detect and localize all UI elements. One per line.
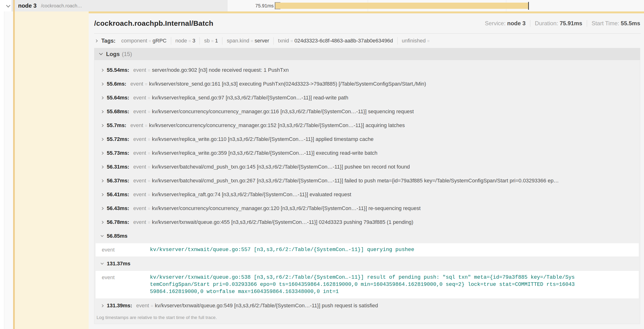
span-operation-title: /cockroach.roachpb.Internal/Batch (94, 19, 213, 28)
log-row[interactable]: 56.31ms:event=kv/kvserver/batcheval/cmd_… (94, 160, 640, 174)
logs-footer-note: Log timestamps are relative to the start… (94, 312, 640, 324)
chevron-right-icon[interactable] (100, 221, 104, 224)
log-row[interactable]: 56.78ms:event=kv/kvserver/txnwait/queue.… (94, 215, 640, 229)
log-row[interactable]: 56.41ms:event=kv/kvserver/replica_raft.g… (94, 188, 640, 202)
end-log-marker-tick (528, 2, 529, 10)
chevron-down-icon[interactable] (99, 52, 103, 55)
log-field-value: kv/kvserver/txnwait/queue.go:557 [n3,s3,… (150, 246, 575, 254)
tag-component: component=gRPC (117, 37, 171, 44)
logs-body: 55.54ms:event=server/node.go:902 [n3] no… (94, 60, 640, 324)
log-row-expanded-header[interactable]: 131.37ms (94, 257, 640, 270)
span-detail-header: /cockroach.roachpb.Internal/Batch Servic… (89, 13, 644, 34)
log-row[interactable]: 55.6ms:event=kv/kvserver/store_send.go:1… (94, 77, 640, 91)
tag-txnid: txnid=024d3323-6c8f-4863-aa8b-37ab0e6349… (274, 37, 397, 44)
chevron-right-icon[interactable] (100, 82, 104, 86)
span-duration-label: 75.91ms (238, 0, 274, 12)
chevron-right-icon[interactable] (100, 96, 104, 100)
chevron-down-icon[interactable] (100, 262, 104, 265)
logs-section: Logs (15) 55.54ms:event=server/node.go:9… (94, 48, 640, 324)
tags-label[interactable]: Tags: (101, 38, 116, 44)
rail-background (4, 0, 13, 329)
logs-count: (15) (122, 51, 132, 58)
chevron-right-icon[interactable] (100, 152, 104, 155)
log-detail-box: event kv/kvserver/txnwait/queue.go:557 [… (95, 243, 639, 257)
log-row[interactable]: 55.68ms:event=kv/kvserver/concurrency/co… (94, 105, 640, 118)
chevron-right-icon[interactable] (100, 124, 104, 127)
chevron-right-icon[interactable] (100, 179, 104, 182)
log-row-expanded-header[interactable]: 56.85ms (94, 229, 640, 243)
log-detail-box: event kv/kvserver/txnwait/queue.go:538 [… (95, 270, 639, 299)
span-duration-bar[interactable] (275, 2, 528, 9)
log-row[interactable]: 55.64ms:event=kv/kvserver/replica_send.g… (94, 91, 640, 105)
logs-title: Logs (106, 51, 120, 58)
tag-node: node=3 (171, 37, 200, 44)
tags-list: component=gRPC node=3 sb=1 span.kind=ser… (117, 37, 436, 44)
overview-start-time: Start Time: 55.5ms (587, 20, 641, 27)
tags-toggle-row[interactable]: Tags: component=gRPC node=3 sb=1 span.ki… (89, 34, 644, 48)
overview-service: Service: node 3 (480, 20, 530, 27)
span-detail-tint-column (15, 12, 89, 329)
chevron-right-icon[interactable] (100, 207, 104, 210)
span-color-stripe (13, 0, 15, 329)
log-row[interactable]: 55.72ms:event=kv/kvserver/replica_write.… (94, 132, 640, 146)
log-field-value: kv/kvserver/txnwait/queue.go:538 [n3,s3,… (150, 274, 575, 296)
chevron-right-icon[interactable] (100, 304, 104, 307)
log-row[interactable]: 56.43ms:event=kv/kvserver/concurrency/co… (94, 202, 640, 215)
span-detail-panel: /cockroach.roachpb.Internal/Batch Servic… (89, 12, 644, 329)
trace-detail-page: node 3 /cockroach.roach… 75.91ms /cockro… (0, 0, 644, 329)
chevron-right-icon[interactable] (100, 166, 104, 168)
chevron-right-icon[interactable] (100, 138, 104, 141)
chevron-down-icon[interactable] (100, 234, 104, 237)
chevron-right-icon[interactable] (94, 39, 98, 42)
span-overview: Service: node 3 Duration: 75.91ms Start … (480, 20, 641, 27)
tag-span-kind: span.kind=server (222, 37, 274, 44)
log-row[interactable]: 55.54ms:event=server/node.go:902 [n3] no… (94, 63, 640, 77)
log-field-key: event (96, 274, 150, 296)
chevron-right-icon[interactable] (100, 193, 104, 196)
chevron-right-icon[interactable] (100, 110, 104, 113)
log-row[interactable]: 55.73ms:event=kv/kvserver/replica_write.… (94, 146, 640, 160)
log-row[interactable]: 55.7ms:event=kv/kvserver/concurrency/con… (94, 118, 640, 132)
span-operation-name[interactable]: /cockroach.roach… (41, 0, 82, 12)
chevron-right-icon[interactable] (100, 69, 104, 72)
log-row[interactable]: 131.39ms:event=kv/kvserver/txnwait/queue… (94, 299, 640, 312)
overview-duration: Duration: 75.91ms (530, 20, 587, 27)
tag-sb: sb=1 (200, 37, 222, 44)
log-row[interactable]: 56.37ms:event=kv/kvserver/batcheval/cmd_… (94, 174, 640, 188)
tag-unfinished: unfinished= (397, 37, 436, 44)
column-resizer[interactable] (227, 0, 228, 12)
log-field-key: event (96, 246, 150, 254)
collapse-span-chevron-icon[interactable] (6, 3, 10, 8)
logs-header[interactable]: Logs (15) (94, 48, 640, 60)
span-service-name[interactable]: node 3 (18, 0, 36, 12)
span-timeline-row[interactable]: node 3 /cockroach.roach… 75.91ms (0, 0, 644, 12)
